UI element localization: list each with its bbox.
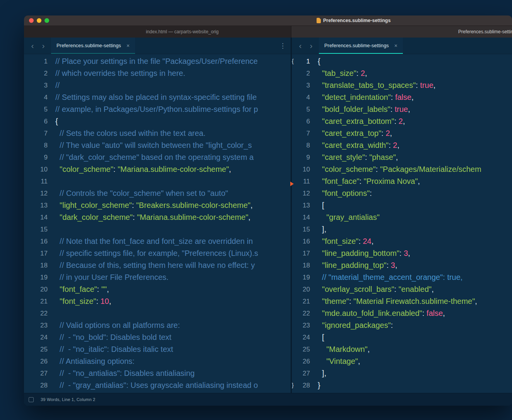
code-line[interactable]: 3// xyxy=(29,79,291,91)
code-line[interactable]: 21 "font_size": 10, xyxy=(29,295,291,307)
line-number[interactable]: 13 xyxy=(34,199,48,211)
code-line[interactable]: 4 "detect_indentation": false, xyxy=(292,91,512,103)
code-line[interactable]: 12 // Controls the "color_scheme" when s… xyxy=(29,187,291,199)
code-line[interactable]: 11 "font_face": "Proxima Nova", xyxy=(292,175,512,187)
window-tab-index-html[interactable]: index.html — carparts-website_orig xyxy=(24,26,291,38)
line-number[interactable]: 7 xyxy=(34,127,48,139)
line-number[interactable]: 2 xyxy=(297,67,310,79)
code-line[interactable]: 11 xyxy=(29,175,291,187)
tab-preferences-right[interactable]: Preferences.sublime-settings × xyxy=(319,38,403,54)
vintage-mode-icon[interactable] xyxy=(29,397,34,402)
overflow-menu-icon[interactable]: ⋮ xyxy=(279,42,286,50)
line-number[interactable]: 23 xyxy=(34,319,48,331)
code-line[interactable]: 16 // Note that the font_face and font_s… xyxy=(29,235,291,247)
code-line[interactable]: 7 // Sets the colors used within the tex… xyxy=(29,127,291,139)
line-number[interactable]: 6 xyxy=(34,115,48,127)
code-line[interactable]: 25 // - "no_italic": Disables italic tex… xyxy=(29,343,291,355)
line-number[interactable]: 12 xyxy=(297,187,310,199)
code-line[interactable]: 6{ xyxy=(29,115,291,127)
left-code-area[interactable]: 1// Place your settings in the file "Pac… xyxy=(24,54,291,393)
line-number[interactable]: 19 xyxy=(34,271,48,283)
code-line[interactable]: 19 // "material_theme_accent_orange": tr… xyxy=(292,271,512,283)
code-line[interactable]: 14 "dark_color_scheme": "Mariana.sublime… xyxy=(29,211,291,223)
line-number[interactable]: 7 xyxy=(297,127,310,139)
code-line[interactable]: 10 "color_scheme": "Mariana.sublime-colo… xyxy=(29,163,291,175)
line-number[interactable]: 4 xyxy=(34,91,48,103)
code-line[interactable]: 6 "caret_extra_bottom": 2, xyxy=(292,115,512,127)
code-line[interactable]: 13 "light_color_scheme": "Breakers.subli… xyxy=(29,199,291,211)
line-number[interactable]: 21 xyxy=(34,295,48,307)
history-forward-icon[interactable]: › xyxy=(306,38,317,53)
code-line[interactable]: 15 xyxy=(29,223,291,235)
line-number[interactable]: 2 xyxy=(34,67,48,79)
line-number[interactable]: 12 xyxy=(34,187,48,199)
line-number[interactable]: 10 xyxy=(34,163,48,175)
close-window-button[interactable] xyxy=(29,18,34,23)
code-line[interactable]: 3 "translate_tabs_to_spaces": true, xyxy=(292,79,512,91)
code-line[interactable]: 17 "line_padding_bottom": 3, xyxy=(292,247,512,259)
line-number[interactable]: 21 xyxy=(297,295,310,307)
code-line[interactable]: 24 [ xyxy=(292,331,512,343)
line-number[interactable]: 11 xyxy=(34,175,48,187)
line-number[interactable]: 28 xyxy=(34,379,48,391)
code-line[interactable]: 1// Place your settings in the file "Pac… xyxy=(29,55,291,67)
line-number[interactable]: 13 xyxy=(297,199,310,211)
line-number[interactable]: 26 xyxy=(34,355,48,367)
line-number[interactable]: 14 xyxy=(34,211,48,223)
line-number[interactable]: 27 xyxy=(297,367,310,379)
code-line[interactable]: 16 "font_size": 24, xyxy=(292,235,512,247)
code-line[interactable]: 26 "Vintage", xyxy=(292,355,512,367)
code-line[interactable]: 20 "font_face": "", xyxy=(29,283,291,295)
code-line[interactable]: 2// which overrides the settings in here… xyxy=(29,67,291,79)
code-line[interactable]: 19 // in your User File Preferences. xyxy=(29,271,291,283)
code-line[interactable]: 21 "theme": "Material Firewatch.sublime-… xyxy=(292,295,512,307)
code-line[interactable]: 28 // - "gray_antialias": Uses grayscale… xyxy=(29,379,291,391)
line-number[interactable]: 24 xyxy=(34,331,48,343)
line-number[interactable]: 18 xyxy=(34,259,48,271)
code-line[interactable]: 10 "color_scheme": "Packages/Materialize… xyxy=(292,163,512,175)
line-number[interactable]: 28 xyxy=(297,379,310,391)
code-line[interactable]: 23 // Valid options on all platforms are… xyxy=(29,319,291,331)
code-line[interactable]: 12 "font_options": xyxy=(292,187,512,199)
code-line[interactable]: 17 // specific settings file, for exampl… xyxy=(29,247,291,259)
line-number[interactable]: 24 xyxy=(297,331,310,343)
code-line[interactable]: 20 "overlay_scroll_bars": "enabled", xyxy=(292,283,512,295)
line-number[interactable]: 27 xyxy=(34,367,48,379)
code-line[interactable]: 15 ], xyxy=(292,223,512,235)
line-number[interactable]: 26 xyxy=(297,355,310,367)
line-number[interactable]: 17 xyxy=(34,247,48,259)
line-number[interactable]: 16 xyxy=(297,235,310,247)
right-code-area[interactable]: {1{2 "tab_size": 2,3 "translate_tabs_to_… xyxy=(292,54,512,393)
code-line[interactable]: 7 "caret_extra_top": 2, xyxy=(292,127,512,139)
window-tab-preferences[interactable]: Preferences.sublime-settings xyxy=(291,26,512,38)
code-line[interactable]: 4// Settings may also be placed in synta… xyxy=(29,91,291,103)
line-number[interactable]: 16 xyxy=(34,235,48,247)
line-number[interactable]: 10 xyxy=(297,163,310,175)
code-line[interactable]: 25 "Markdown", xyxy=(292,343,512,355)
line-number[interactable]: 3 xyxy=(297,79,310,91)
tab-preferences-left[interactable]: Preferences.sublime-settings × xyxy=(51,38,135,54)
line-number[interactable]: 5 xyxy=(34,103,48,115)
code-line[interactable]: 24 // - "no_bold": Disables bold text xyxy=(29,331,291,343)
history-back-icon[interactable]: ‹ xyxy=(295,38,306,53)
line-number[interactable]: 1 xyxy=(34,55,48,67)
code-line[interactable]: 9 // "dark_color_scheme" based on the op… xyxy=(29,151,291,163)
code-line[interactable]: 18 // Because of this, setting them here… xyxy=(29,259,291,271)
line-number[interactable]: 20 xyxy=(297,283,310,295)
code-line[interactable]: 23 "ignored_packages": xyxy=(292,319,512,331)
titlebar[interactable]: Preferences.sublime-settings xyxy=(24,15,512,26)
code-line[interactable]: 5 "bold_folder_labels": true, xyxy=(292,103,512,115)
code-line[interactable]: 5// example, in Packages/User/Python.sub… xyxy=(29,103,291,115)
code-line[interactable]: 13 [ xyxy=(292,199,512,211)
line-number[interactable]: 20 xyxy=(34,283,48,295)
code-line[interactable]: 8 // The value "auto" will switch betwee… xyxy=(29,139,291,151)
history-back-icon[interactable]: ‹ xyxy=(27,38,38,53)
code-line[interactable]: 14 "gray_antialias" xyxy=(292,211,512,223)
code-line[interactable]: 8 "caret_extra_width": 2, xyxy=(292,139,512,151)
line-number[interactable]: 15 xyxy=(34,223,48,235)
line-number[interactable]: 1 xyxy=(297,55,310,67)
line-number[interactable]: 18 xyxy=(297,259,310,271)
line-number[interactable]: 8 xyxy=(297,139,310,151)
line-number[interactable]: 9 xyxy=(297,151,310,163)
code-line[interactable]: }28} xyxy=(292,379,512,391)
